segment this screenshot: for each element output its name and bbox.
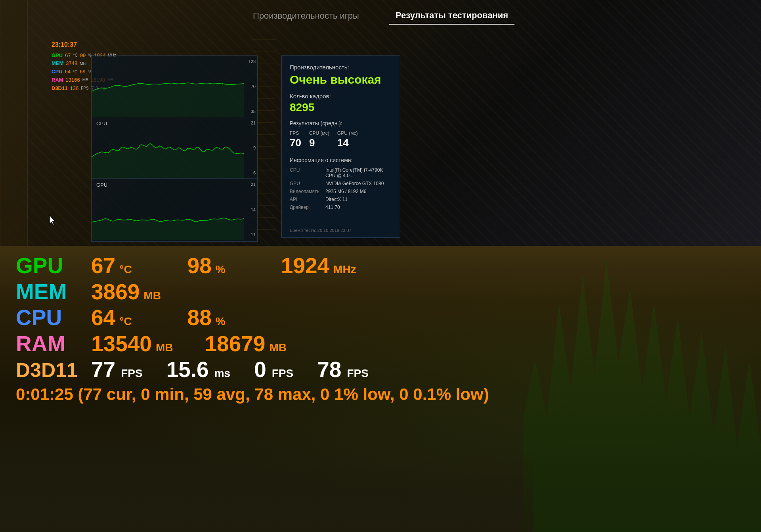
gpu-max-label: 21	[244, 182, 256, 187]
hud-cpu-label: CPU	[52, 68, 62, 76]
bhud-d3d-fps2-unit: FPS	[272, 367, 293, 380]
tab-test-results[interactable]: Результаты тестирования	[389, 7, 514, 25]
cpu-stat-label: CPU (мс)	[309, 130, 329, 136]
side-panel-decoration	[0, 0, 28, 246]
cpu-y-labels: 21 9 6	[244, 117, 256, 178]
sysinfo-gpu-key: GPU	[290, 181, 321, 186]
bhud-d3d-fps3-unit: FPS	[347, 367, 368, 380]
fps-min-label: 35	[244, 109, 256, 114]
bhud-d3d-ms: 15.6	[166, 358, 209, 382]
results-perf-value: Очень высокая	[290, 73, 392, 86]
hud-gpu-temp: 67	[65, 52, 71, 60]
bhud-gpu-freq-unit: MHz	[333, 263, 356, 276]
gpu-stat: GPU (мс) 14	[337, 130, 358, 149]
hud-gpu-temp-unit: °C	[73, 52, 78, 59]
hud-mem-val: 3748	[66, 59, 77, 68]
sysinfo-api-row: API DirectX 11	[290, 197, 392, 202]
bhud-gpu-load-unit: %	[216, 263, 226, 276]
results-stats-row: FPS 70 CPU (мс) 9 GPU (мс) 14	[290, 130, 392, 149]
results-avg-label: Результаты (средн.):	[290, 120, 392, 126]
sysinfo-vram-row: Видеопамять 2925 М6 / 8192 М6	[290, 189, 392, 194]
fps-stat-value: 70	[290, 137, 301, 149]
hud-gpu-label: GPU	[52, 52, 63, 60]
fps-stat-label: FPS	[290, 130, 301, 136]
gpu-chart-label: GPU	[96, 182, 107, 188]
sysinfo-driver-val: 411.70	[325, 205, 340, 210]
fps-stat: FPS 70	[290, 130, 301, 149]
bhud-gpu-load: 98	[187, 254, 212, 278]
bhud-ram-val: 13540	[91, 332, 152, 356]
gpu-chart-svg	[92, 179, 244, 240]
bhud-d3d-row: D3D11 77 FPS 15.6 ms 0 FPS 78 FPS	[16, 358, 745, 382]
bhud-cpu-row: CPU 64 °C 88 %	[16, 306, 745, 330]
gpu-stat-label: GPU (мс)	[337, 130, 358, 136]
fps-chart-svg	[92, 56, 244, 117]
results-frames-value: 8295	[290, 101, 392, 114]
bhud-d3d-label: D3D11	[16, 360, 87, 381]
gpu-stat-value: 14	[337, 137, 358, 149]
cpu-stat: CPU (мс) 9	[309, 130, 329, 149]
bhud-gpu-temp: 67	[91, 254, 115, 278]
fps-y-labels: 123 70 35	[244, 56, 256, 117]
bottom-hud-overlay: GPU 67 °C 98 % 1924 MHz MEM 3869 MB CPU …	[0, 246, 761, 532]
bhud-cpu-temp: 64	[91, 306, 115, 330]
fps-chart-section: 123 70 35	[92, 56, 257, 117]
bhud-d3d-fps3: 78	[317, 358, 341, 382]
hud-cpu-temp: 64	[65, 68, 70, 76]
gpu-y-labels: 21 14 11	[244, 179, 256, 240]
bhud-ram-unit2: MB	[269, 341, 287, 354]
hud-cpu-temp-unit: °C	[73, 69, 77, 75]
sysinfo-vram-key: Видеопамять	[290, 189, 321, 194]
bhud-d3d-fps-unit: FPS	[121, 367, 142, 380]
cpu-chart-svg	[92, 117, 244, 178]
sysinfo-api-key: API	[290, 197, 321, 202]
hud-gpu-load: 99	[80, 52, 86, 60]
hud-d3d-label: D3D11	[52, 84, 67, 93]
bhud-ram-unit: MB	[156, 341, 173, 354]
sysinfo-gpu-row: GPU NVIDIA GeForce GTX 1080	[290, 181, 392, 186]
bhud-d3d-fps: 77	[91, 358, 115, 382]
gpu-mid-label: 14	[244, 207, 256, 212]
charts-panel: 123 70 35 CPU 21 9 6	[91, 55, 258, 242]
cpu-mid-label: 9	[244, 145, 256, 150]
sysinfo-cpu-val: Intel(R) Core(TM) i7-4790K CPU @ 4.0...	[325, 167, 392, 178]
bhud-mem-label: MEM	[16, 280, 87, 304]
results-panel: Производительность: Очень высокая Кол-во…	[281, 55, 400, 238]
tab-game-performance[interactable]: Производительность игры	[247, 8, 365, 24]
sysinfo-gpu-val: NVIDIA GeForce GTX 1080	[325, 181, 384, 186]
hud-ram-label: RAM	[52, 76, 63, 84]
sysinfo-vram-val: 2925 М6 / 8192 М6	[325, 189, 366, 194]
bhud-gpu-freq: 1924	[281, 254, 329, 278]
hud-ram-val: 13166	[66, 76, 80, 84]
gpu-chart-section: GPU 21 14 11	[92, 179, 257, 240]
cpu-chart-section: CPU 21 9 6	[92, 117, 257, 179]
fps-max-label: 123	[244, 59, 256, 64]
bhud-ram-row: RAM 13540 MB 18679 MB	[16, 332, 745, 356]
sysinfo-cpu-row: CPU Intel(R) Core(TM) i7-4790K CPU @ 4.0…	[290, 167, 392, 178]
bhud-gpu-row: GPU 67 °C 98 % 1924 MHz	[16, 254, 745, 278]
sysinfo-api-val: DirectX 11	[325, 197, 348, 202]
hud-time: 23:10:37	[52, 40, 116, 50]
hud-mem-label: MEM	[52, 59, 63, 68]
bhud-mem-val: 3869	[91, 280, 140, 304]
bhud-time-row: 0:01:25 (77 cur, 0 min, 59 avg, 78 max, …	[16, 385, 745, 404]
bhud-cpu-load-unit: %	[216, 315, 226, 328]
bhud-cpu-temp-unit: °C	[119, 315, 132, 328]
cpu-chart-label: CPU	[96, 121, 107, 126]
bhud-gpu-temp-unit: °C	[119, 263, 132, 276]
results-sysinfo-label: Информация о системе:	[290, 157, 392, 163]
bhud-mem-row: MEM 3869 MB	[16, 280, 745, 304]
bhud-d3d-fps2: 0	[254, 358, 266, 382]
hud-mem-unit: MB	[80, 61, 86, 67]
bhud-d3d-ms-unit: ms	[214, 367, 230, 380]
sysinfo-cpu-key: CPU	[290, 167, 321, 178]
results-timestamp: Время теста: 20.10.2018 23:07	[290, 228, 351, 233]
fps-mid-label: 70	[244, 84, 256, 89]
hud-d3d-unit: FPS	[81, 85, 88, 92]
sysinfo-driver-key: Драйвер	[290, 205, 321, 210]
cpu-stat-value: 9	[309, 137, 329, 149]
top-navigation: Производительность игры Результаты тести…	[0, 0, 761, 32]
results-frames-label: Кол-во кадров:	[290, 93, 392, 100]
hud-ram-unit: MB	[82, 77, 88, 83]
hud-d3d-val: 136	[70, 84, 78, 93]
